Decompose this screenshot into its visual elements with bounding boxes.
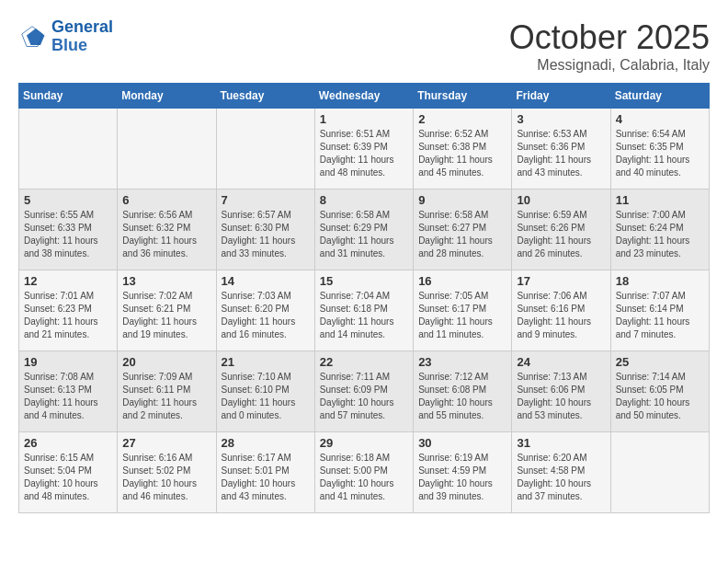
calendar-cell: 31Sunrise: 6:20 AM Sunset: 4:58 PM Dayli… [512,432,610,513]
calendar-cell: 19Sunrise: 7:08 AM Sunset: 6:13 PM Dayli… [19,351,118,432]
day-info: Sunrise: 7:06 AM Sunset: 6:16 PM Dayligh… [517,290,605,341]
day-info: Sunrise: 6:17 AM Sunset: 5:01 PM Dayligh… [222,452,310,503]
calendar-cell: 7Sunrise: 6:57 AM Sunset: 6:30 PM Daylig… [216,190,314,270]
day-info: Sunrise: 6:56 AM Sunset: 6:32 PM Dayligh… [122,209,210,260]
calendar-cell: 13Sunrise: 7:02 AM Sunset: 6:21 PM Dayli… [118,270,216,351]
day-number: 15 [320,274,408,288]
day-number: 25 [616,355,704,369]
day-number: 3 [517,112,605,126]
calendar-week-row: 5Sunrise: 6:55 AM Sunset: 6:33 PM Daylig… [19,190,710,270]
calendar-week-row: 26Sunrise: 6:15 AM Sunset: 5:04 PM Dayli… [19,432,710,513]
day-info: Sunrise: 7:12 AM Sunset: 6:08 PM Dayligh… [418,371,506,422]
weekday-header-friday: Friday [512,84,610,109]
logo-icon [18,23,46,51]
calendar-cell: 8Sunrise: 6:58 AM Sunset: 6:29 PM Daylig… [314,190,413,270]
day-number: 17 [517,274,605,288]
weekday-header-tuesday: Tuesday [216,84,314,109]
day-number: 29 [320,436,408,450]
calendar-cell: 16Sunrise: 7:05 AM Sunset: 6:17 PM Dayli… [414,270,512,351]
calendar-cell: 18Sunrise: 7:07 AM Sunset: 6:14 PM Dayli… [610,270,709,351]
calendar-cell [610,432,709,513]
day-info: Sunrise: 6:54 AM Sunset: 6:35 PM Dayligh… [616,128,704,179]
calendar-week-row: 12Sunrise: 7:01 AM Sunset: 6:23 PM Dayli… [19,270,710,351]
calendar-cell [216,109,314,190]
weekday-header-monday: Monday [118,84,216,109]
day-info: Sunrise: 7:02 AM Sunset: 6:21 PM Dayligh… [122,290,210,341]
day-info: Sunrise: 6:52 AM Sunset: 6:38 PM Dayligh… [418,128,506,179]
calendar-week-row: 1Sunrise: 6:51 AM Sunset: 6:39 PM Daylig… [19,109,710,190]
calendar-cell: 30Sunrise: 6:19 AM Sunset: 4:59 PM Dayli… [414,432,512,513]
day-info: Sunrise: 7:07 AM Sunset: 6:14 PM Dayligh… [616,290,704,341]
day-info: Sunrise: 6:58 AM Sunset: 6:29 PM Dayligh… [320,209,408,260]
day-info: Sunrise: 7:04 AM Sunset: 6:18 PM Dayligh… [320,290,408,341]
weekday-header-thursday: Thursday [414,84,512,109]
day-info: Sunrise: 6:55 AM Sunset: 6:33 PM Dayligh… [24,209,112,260]
day-info: Sunrise: 6:51 AM Sunset: 6:39 PM Dayligh… [320,128,408,179]
day-number: 16 [418,274,506,288]
day-info: Sunrise: 7:13 AM Sunset: 6:06 PM Dayligh… [517,371,605,422]
day-number: 23 [418,355,506,369]
day-number: 21 [222,355,310,369]
weekday-header-wednesday: Wednesday [314,84,413,109]
calendar-cell: 3Sunrise: 6:53 AM Sunset: 6:36 PM Daylig… [512,109,610,190]
day-number: 13 [122,274,210,288]
calendar-cell: 6Sunrise: 6:56 AM Sunset: 6:32 PM Daylig… [118,190,216,270]
calendar-week-row: 19Sunrise: 7:08 AM Sunset: 6:13 PM Dayli… [19,351,710,432]
day-info: Sunrise: 7:14 AM Sunset: 6:05 PM Dayligh… [616,371,704,422]
day-number: 24 [517,355,605,369]
calendar-cell: 1Sunrise: 6:51 AM Sunset: 6:39 PM Daylig… [314,109,413,190]
day-info: Sunrise: 6:20 AM Sunset: 4:58 PM Dayligh… [517,452,605,503]
day-number: 11 [616,193,704,207]
calendar-cell: 4Sunrise: 6:54 AM Sunset: 6:35 PM Daylig… [610,109,709,190]
calendar-cell: 9Sunrise: 6:58 AM Sunset: 6:27 PM Daylig… [414,190,512,270]
day-number: 27 [122,436,210,450]
calendar-cell: 28Sunrise: 6:17 AM Sunset: 5:01 PM Dayli… [216,432,314,513]
calendar-table: SundayMondayTuesdayWednesdayThursdayFrid… [18,83,710,513]
calendar-cell [118,109,216,190]
location-subtitle: Messignadi, Calabria, Italy [509,57,710,74]
day-number: 31 [517,436,605,450]
day-number: 7 [222,193,310,207]
day-info: Sunrise: 7:10 AM Sunset: 6:10 PM Dayligh… [222,371,310,422]
calendar-cell: 10Sunrise: 6:59 AM Sunset: 6:26 PM Dayli… [512,190,610,270]
day-info: Sunrise: 7:03 AM Sunset: 6:20 PM Dayligh… [222,290,310,341]
day-number: 6 [122,193,210,207]
day-info: Sunrise: 6:59 AM Sunset: 6:26 PM Dayligh… [517,209,605,260]
calendar-cell: 27Sunrise: 6:16 AM Sunset: 5:02 PM Dayli… [118,432,216,513]
day-number: 20 [122,355,210,369]
day-info: Sunrise: 6:18 AM Sunset: 5:00 PM Dayligh… [320,452,408,503]
day-info: Sunrise: 7:09 AM Sunset: 6:11 PM Dayligh… [122,371,210,422]
day-number: 1 [320,112,408,126]
month-title: October 2025 [509,18,710,57]
calendar-cell: 2Sunrise: 6:52 AM Sunset: 6:38 PM Daylig… [414,109,512,190]
day-info: Sunrise: 7:00 AM Sunset: 6:24 PM Dayligh… [616,209,704,260]
weekday-header-row: SundayMondayTuesdayWednesdayThursdayFrid… [19,84,710,109]
day-number: 5 [24,193,112,207]
day-info: Sunrise: 6:19 AM Sunset: 4:59 PM Dayligh… [418,452,506,503]
day-number: 28 [222,436,310,450]
svg-marker-1 [27,29,45,45]
calendar-cell: 11Sunrise: 7:00 AM Sunset: 6:24 PM Dayli… [610,190,709,270]
day-info: Sunrise: 7:01 AM Sunset: 6:23 PM Dayligh… [24,290,112,341]
calendar-cell: 29Sunrise: 6:18 AM Sunset: 5:00 PM Dayli… [314,432,413,513]
calendar-cell: 15Sunrise: 7:04 AM Sunset: 6:18 PM Dayli… [314,270,413,351]
calendar-cell: 17Sunrise: 7:06 AM Sunset: 6:16 PM Dayli… [512,270,610,351]
calendar-cell: 23Sunrise: 7:12 AM Sunset: 6:08 PM Dayli… [414,351,512,432]
day-number: 10 [517,193,605,207]
calendar-cell: 14Sunrise: 7:03 AM Sunset: 6:20 PM Dayli… [216,270,314,351]
calendar-cell: 12Sunrise: 7:01 AM Sunset: 6:23 PM Dayli… [19,270,118,351]
day-info: Sunrise: 7:08 AM Sunset: 6:13 PM Dayligh… [24,371,112,422]
calendar-cell [19,109,118,190]
day-number: 18 [616,274,704,288]
calendar-cell: 20Sunrise: 7:09 AM Sunset: 6:11 PM Dayli… [118,351,216,432]
day-number: 14 [222,274,310,288]
calendar-cell: 22Sunrise: 7:11 AM Sunset: 6:09 PM Dayli… [314,351,413,432]
day-number: 19 [24,355,112,369]
calendar-cell: 21Sunrise: 7:10 AM Sunset: 6:10 PM Dayli… [216,351,314,432]
logo: General Blue [18,18,113,55]
day-number: 22 [320,355,408,369]
logo-line2: Blue [51,36,87,54]
logo-line1: General [51,17,113,36]
weekday-header-sunday: Sunday [19,84,118,109]
calendar-cell: 5Sunrise: 6:55 AM Sunset: 6:33 PM Daylig… [19,190,118,270]
